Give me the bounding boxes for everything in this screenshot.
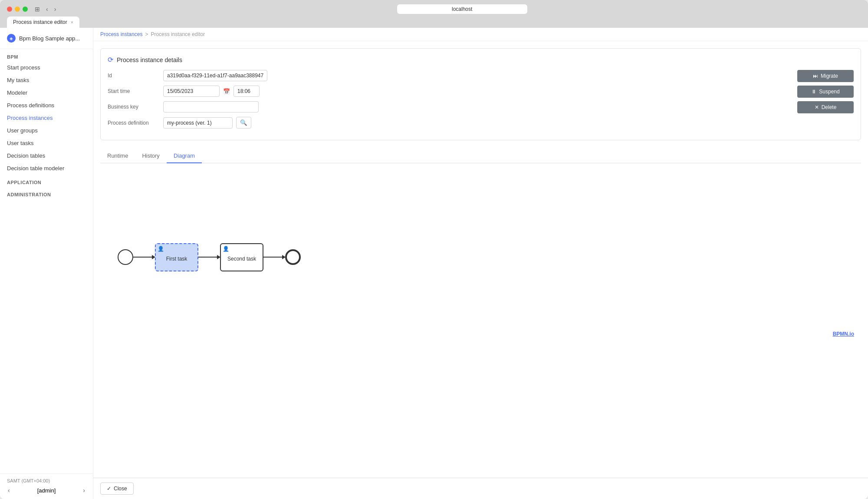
- user-groups-label: User groups: [7, 127, 38, 134]
- decision-table-modeler-label: Decision table modeler: [7, 165, 64, 172]
- start-time-input[interactable]: [233, 86, 260, 97]
- app-title: Bpm Blog Sample app...: [19, 35, 80, 42]
- delete-button[interactable]: ✕ Delete: [797, 101, 854, 113]
- maximize-window-button[interactable]: [23, 7, 28, 12]
- card-header: ⟳ Process instance details: [108, 56, 854, 64]
- main-content: Process instances > Process instance edi…: [93, 28, 868, 499]
- delete-icon: ✕: [815, 104, 819, 110]
- tab-diagram[interactable]: Diagram: [167, 149, 202, 163]
- bpmn-canvas: 👤 First task 👤 Second task: [118, 243, 301, 271]
- bpmn-watermark[interactable]: BPMN.io: [833, 331, 854, 337]
- process-definitions-label: Process definitions: [7, 102, 54, 109]
- expand-sidebar-button[interactable]: ›: [82, 486, 86, 495]
- breadcrumb: Process instances > Process instance edi…: [93, 28, 868, 41]
- second-task-label: Second task: [227, 256, 256, 262]
- sidebar-item-process-instances[interactable]: Process instances: [0, 112, 93, 124]
- app-icon: ◈: [7, 34, 16, 43]
- first-task-label: First task: [166, 256, 187, 262]
- section-administration-title: Administration: [0, 187, 93, 199]
- start-time-label: Start time: [108, 88, 160, 94]
- process-instance-details-card: ⟳ Process instance details Id: [100, 48, 861, 140]
- business-key-input[interactable]: [163, 101, 259, 112]
- browser-navigation: ⊞ ‹ ›: [33, 5, 58, 13]
- tabs-bar: Runtime History Diagram: [100, 149, 861, 163]
- username-label: [admin]: [37, 487, 56, 494]
- my-tasks-label: My tasks: [7, 77, 29, 83]
- start-time-row: Start time 📅: [108, 86, 782, 97]
- sidebar-item-process-definitions[interactable]: Process definitions: [0, 99, 93, 112]
- modeler-label: Modeler: [7, 89, 27, 96]
- tab-title: Process instance editor: [13, 19, 67, 25]
- migrate-icon: ⏭: [813, 73, 818, 79]
- sidebar-item-start-process[interactable]: Start process: [0, 61, 93, 74]
- check-icon: ✓: [107, 486, 111, 492]
- business-key-label: Business key: [108, 104, 160, 110]
- bpmn-arrow-line-1: [133, 257, 155, 258]
- user-task-icon-2: 👤: [223, 246, 229, 252]
- close-label: Close: [114, 486, 127, 492]
- address-bar[interactable]: [397, 4, 527, 14]
- sidebar: ◈ Bpm Blog Sample app... BPM Start proce…: [0, 28, 93, 499]
- close-button[interactable]: ✓ Close: [100, 482, 134, 495]
- close-tab-icon[interactable]: ×: [71, 20, 73, 25]
- start-process-label: Start process: [7, 64, 40, 71]
- sidebar-toggle-button[interactable]: ⊞: [33, 5, 42, 13]
- bpmn-task-second[interactable]: 👤 Second task: [220, 243, 263, 271]
- timezone-label: SAMT (GMT+04:00): [7, 478, 86, 483]
- sidebar-item-modeler[interactable]: Modeler: [0, 86, 93, 99]
- sidebar-item-user-tasks[interactable]: User tasks: [0, 137, 93, 149]
- sidebar-item-user-groups[interactable]: User groups: [0, 124, 93, 137]
- process-instances-label: Process instances: [7, 115, 53, 121]
- close-window-button[interactable]: [7, 7, 12, 12]
- suspend-button[interactable]: ⏸ Suspend: [797, 86, 854, 98]
- user-task-icon-1: 👤: [158, 246, 164, 252]
- decision-tables-label: Decision tables: [7, 152, 45, 159]
- card-title: Process instance details: [117, 56, 182, 63]
- start-date-input[interactable]: [163, 86, 220, 97]
- calendar-icon[interactable]: 📅: [223, 88, 230, 95]
- bottom-bar: ✓ Close: [93, 478, 868, 499]
- bpmn-task-first[interactable]: 👤 First task: [155, 243, 198, 271]
- process-definition-input[interactable]: [163, 117, 233, 129]
- action-buttons: ⏭ Migrate ⏸ Suspend ✕ Delete: [797, 70, 854, 133]
- process-definition-row: Process definition 🔍: [108, 117, 782, 129]
- migrate-button[interactable]: ⏭ Migrate: [797, 70, 854, 82]
- sidebar-footer: SAMT (GMT+04:00) ‹ [admin] ›: [0, 473, 93, 499]
- form-layout: Id Start time 📅: [108, 70, 854, 133]
- process-definition-label: Process definition: [108, 120, 160, 126]
- bpmn-arrow-2: [198, 257, 220, 258]
- app-logo: ◈ Bpm Blog Sample app...: [0, 28, 93, 49]
- sidebar-item-my-tasks[interactable]: My tasks: [0, 74, 93, 86]
- delete-label: Delete: [822, 104, 837, 110]
- suspend-icon: ⏸: [811, 89, 816, 95]
- migrate-label: Migrate: [821, 73, 838, 79]
- tab-runtime[interactable]: Runtime: [100, 149, 135, 163]
- section-application-title: Application: [0, 175, 93, 187]
- breadcrumb-parent[interactable]: Process instances: [100, 31, 142, 37]
- tab-history[interactable]: History: [135, 149, 166, 163]
- id-input[interactable]: [163, 70, 267, 81]
- section-bpm-title: BPM: [0, 49, 93, 61]
- form-fields: Id Start time 📅: [108, 70, 782, 133]
- back-button[interactable]: ‹: [44, 5, 50, 13]
- user-tasks-label: User tasks: [7, 140, 33, 146]
- breadcrumb-separator: >: [145, 31, 148, 37]
- forward-button[interactable]: ›: [53, 5, 58, 13]
- traffic-lights: [7, 7, 28, 12]
- bpmn-arrow-1: [133, 257, 155, 258]
- content-area: ⟳ Process instance details Id: [93, 41, 868, 478]
- minimize-window-button[interactable]: [15, 7, 20, 12]
- refresh-icon: ⟳: [108, 56, 113, 64]
- user-info: ‹ [admin] ›: [7, 486, 86, 495]
- browser-tab-process-instance-editor[interactable]: Process instance editor ×: [7, 17, 79, 28]
- id-label: Id: [108, 73, 160, 79]
- sidebar-item-decision-table-modeler[interactable]: Decision table modeler: [0, 162, 93, 175]
- bpmn-arrow-3: [263, 257, 285, 258]
- collapse-sidebar-button[interactable]: ‹: [7, 486, 11, 495]
- sidebar-item-decision-tables[interactable]: Decision tables: [0, 149, 93, 162]
- diagram-area: 👤 First task 👤 Second task: [100, 170, 861, 344]
- id-row: Id: [108, 70, 782, 81]
- bpmn-end-event: [285, 249, 301, 265]
- process-definition-search-button[interactable]: 🔍: [236, 117, 251, 129]
- breadcrumb-current: Process instance editor: [151, 31, 205, 37]
